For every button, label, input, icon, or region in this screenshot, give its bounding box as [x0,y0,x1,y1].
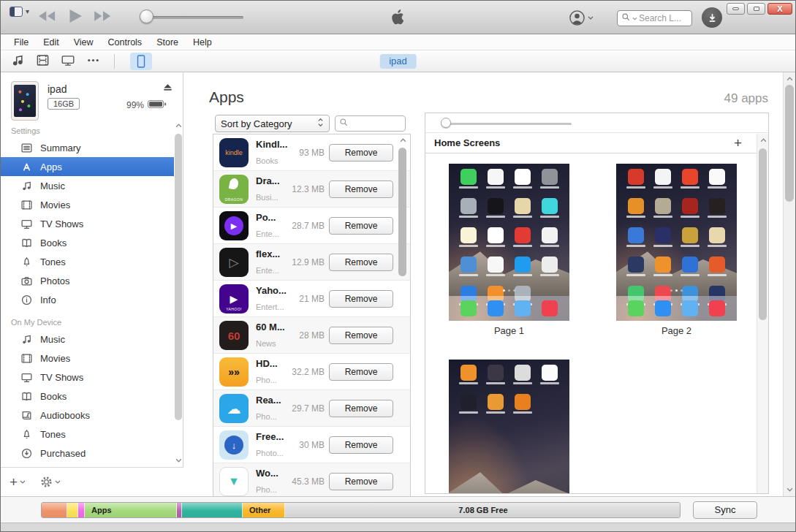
itunes-mini-player-icon[interactable] [10,7,23,17]
scrollbar-thumb[interactable] [398,148,406,276]
sidebar-item-movies[interactable]: Movies [1,195,174,214]
close-button[interactable]: X [767,3,792,15]
remove-button[interactable]: Remove [329,180,393,198]
more-tabs-icon[interactable] [86,53,100,70]
app-size: 12.9 MB [278,257,325,267]
window-scrollbar[interactable] [783,72,795,496]
fast-forward-button[interactable] [93,10,113,23]
sidebar-item-music[interactable]: Music [1,330,174,349]
free-download-app-icon: ↓ [219,430,249,460]
settings-gear-button[interactable] [40,476,61,488]
sidebar-item-audiobooks[interactable]: Audiobooks [1,406,174,425]
remove-button[interactable]: Remove [329,144,393,162]
page-caption: Page 2 [616,325,737,336]
device-breadcrumb-tab[interactable]: ipad [379,54,417,69]
zoom-slider[interactable] [446,123,572,125]
play-button[interactable] [67,7,84,25]
scrollbar-thumb[interactable] [785,85,794,202]
app-list-scrollbar[interactable] [398,135,408,496]
maximize-button[interactable] [747,3,765,15]
scroll-up-icon[interactable] [398,135,408,145]
capacity-segment-documents [182,503,243,517]
remove-button[interactable]: Remove [329,400,393,417]
dragon-app-icon: DRAGON [219,175,249,204]
remove-button[interactable]: Remove [329,436,393,454]
add-home-screen-button[interactable]: + [734,135,742,151]
sidebar-item-music[interactable]: Music [1,176,174,195]
scrollbar-thumb[interactable] [759,148,767,320]
remove-button[interactable]: Remove [329,363,393,381]
menu-edit[interactable]: Edit [36,37,67,48]
scroll-up-icon[interactable] [784,74,796,84]
home-screen-page[interactable]: Page 1 [449,164,569,336]
zoom-slider-knob[interactable] [441,118,451,128]
sidebar-scrollbar[interactable] [174,121,183,466]
home-screen-thumbnail[interactable] [616,164,737,321]
sidebar-item-photos[interactable]: Photos [1,271,174,290]
mini-dock-icon [655,300,671,316]
capacity-segment-label: Other [243,506,270,514]
remove-button[interactable]: Remove [329,254,393,271]
scrollbar-thumb[interactable] [175,134,182,420]
sidebar-item-books[interactable]: Books [1,387,174,406]
sidebar-item-tv-shows[interactable]: TV Shows [1,368,174,387]
sidebar-item-purchased[interactable]: Purchased [1,444,174,463]
minimize-button[interactable] [727,3,745,15]
mini-app-icon [460,394,477,410]
menu-controls[interactable]: Controls [101,37,150,48]
scroll-up-icon[interactable] [757,135,769,145]
volume-slider[interactable] [144,16,243,19]
sidebar-item-info[interactable]: Info [1,290,174,309]
remove-button[interactable]: Remove [329,327,393,344]
menu-help[interactable]: Help [186,37,219,48]
menu-file[interactable]: File [7,37,36,48]
menu-bar: FileEditViewControlsStoreHelp [1,34,795,50]
music-tab-icon[interactable] [11,53,25,70]
menu-store[interactable]: Store [149,37,186,48]
capacity-segment-apps: Apps [85,503,177,517]
remove-button[interactable]: Remove [329,217,393,235]
sidebar-item-movies[interactable]: Movies [1,349,174,368]
scroll-up-icon[interactable] [174,121,183,131]
scroll-down-icon[interactable] [784,484,796,495]
mini-app-icon [542,256,558,273]
sidebar-item-tones[interactable]: Tones [1,425,174,444]
account-button[interactable] [569,10,594,26]
sidebar-item-tv-shows[interactable]: TV Shows [1,214,174,233]
sidebar-item-label: Tones [40,256,66,267]
volume-slider-knob[interactable] [140,10,153,23]
movies-tab-icon[interactable] [36,53,50,70]
sidebar-item-books[interactable]: Books [1,233,174,252]
apps-search-input[interactable] [335,115,406,132]
sidebar-item-apps[interactable]: Apps [1,157,174,176]
home-screen-thumbnail[interactable] [449,164,569,321]
search-input[interactable]: Search L... [617,10,692,26]
download-button[interactable] [702,7,722,28]
sort-select[interactable]: Sort by Category [215,115,330,132]
add-playlist-button[interactable]: + [10,475,26,489]
sidebar-item-summary[interactable]: Summary [1,138,174,157]
mini-app-icon [628,198,644,214]
sort-select-value: Sort by Category [221,118,292,129]
tv-tab-icon[interactable] [61,53,75,70]
app-size: 32.2 MB [278,367,325,377]
mini-app-icon [488,256,504,273]
device-tab-button[interactable] [130,53,152,70]
remove-button[interactable]: Remove [329,290,393,308]
scroll-down-icon[interactable] [174,455,183,466]
app-row: 6060 M...News28 MBRemove [213,317,410,354]
rewind-button[interactable] [37,10,58,23]
sidebar-item-tones[interactable]: Tones [1,252,174,271]
eject-icon[interactable] [162,82,173,96]
home-screen-page[interactable]: Page 2 [616,164,737,336]
mini-app-icon [515,227,531,243]
player-app-icon: ▶ [219,211,249,240]
home-screen-thumbnail[interactable] [449,360,569,493]
sidebar-item-label: Audiobooks [40,410,90,421]
sync-button[interactable]: Sync [693,501,757,519]
panel-scrollbar[interactable] [757,134,768,493]
remove-button[interactable]: Remove [329,473,393,490]
menu-view[interactable]: View [67,37,101,48]
wondershare-app-icon: ▼ [219,467,249,496]
home-screen-page[interactable] [449,360,569,493]
